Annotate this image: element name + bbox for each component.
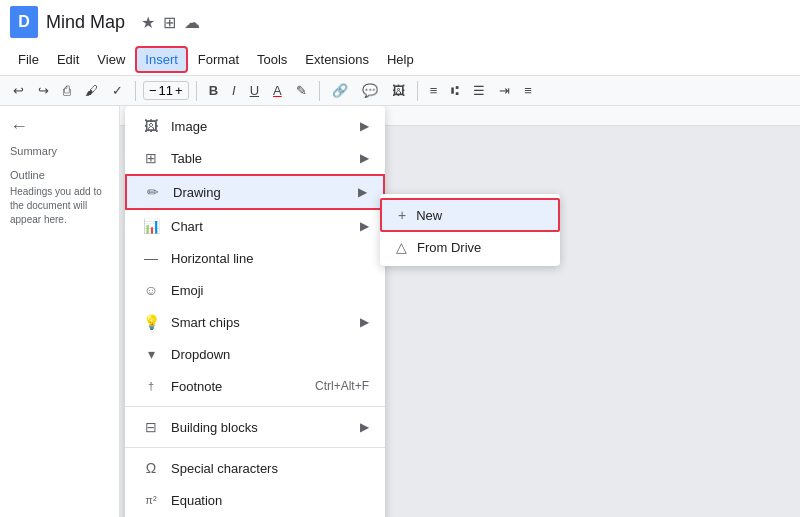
font-size-value[interactable]: 11 — [159, 83, 173, 98]
drawing-icon: ✏ — [143, 182, 163, 202]
menu-item-equation[interactable]: π² Equation — [125, 484, 385, 516]
menu-help[interactable]: Help — [379, 48, 422, 71]
menu-item-buildingblocks-label: Building blocks — [171, 420, 356, 435]
menu-item-buildingblocks[interactable]: ⊟ Building blocks ▶ — [125, 411, 385, 443]
footnote-icon: † — [141, 376, 161, 396]
submenu-item-new-label: New — [416, 208, 442, 223]
menu-item-specialchars-label: Special characters — [171, 461, 369, 476]
hline-icon: — — [141, 248, 161, 268]
menu-file[interactable]: File — [10, 48, 47, 71]
menu-item-chart-label: Chart — [171, 219, 356, 234]
font-size-control[interactable]: − 11 + — [143, 81, 189, 100]
buildingblocks-arrow-icon: ▶ — [360, 420, 369, 434]
menu-item-dropdown-label: Dropdown — [171, 347, 369, 362]
doc-title: Mind Map — [46, 12, 125, 33]
menu-divider-2 — [125, 447, 385, 448]
menu-item-hline[interactable]: — Horizontal line — [125, 242, 385, 274]
menu-item-footnote[interactable]: † Footnote Ctrl+Alt+F — [125, 370, 385, 402]
move-icon[interactable]: ⊞ — [163, 13, 176, 32]
sidebar: ← Summary Outline Headings you add to th… — [0, 106, 120, 517]
chart-arrow-icon: ▶ — [360, 219, 369, 233]
table-icon: ⊞ — [141, 148, 161, 168]
specialchars-icon: Ω — [141, 458, 161, 478]
link-button[interactable]: 🔗 — [327, 80, 353, 101]
menu-item-drawing[interactable]: ✏ Drawing ▶ — [125, 174, 385, 210]
menu-item-drawing-label: Drawing — [173, 185, 354, 200]
menu-item-smartchips-label: Smart chips — [171, 315, 356, 330]
sidebar-outline-label: Outline — [10, 169, 109, 181]
menu-item-smartchips[interactable]: 💡 Smart chips ▶ — [125, 306, 385, 338]
menu-item-table-label: Table — [171, 151, 356, 166]
menu-edit[interactable]: Edit — [49, 48, 87, 71]
menu-item-emoji[interactable]: ☺ Emoji — [125, 274, 385, 306]
emoji-icon: ☺ — [141, 280, 161, 300]
new-icon: + — [398, 207, 406, 223]
chart-icon: 📊 — [141, 216, 161, 236]
underline-button[interactable]: U — [245, 80, 264, 101]
print-button[interactable]: ⎙ — [58, 80, 76, 101]
sidebar-summary-label: Summary — [10, 145, 109, 157]
align-button[interactable]: ≡ — [425, 80, 443, 101]
fromdrive-icon: △ — [396, 239, 407, 255]
menu-item-table[interactable]: ⊞ Table ▶ — [125, 142, 385, 174]
table-arrow-icon: ▶ — [360, 151, 369, 165]
smartchips-arrow-icon: ▶ — [360, 315, 369, 329]
menu-bar: File Edit View Insert Format Tools Exten… — [0, 44, 800, 76]
smartchips-icon: 💡 — [141, 312, 161, 332]
title-bar: D Mind Map ★ ⊞ ☁ — [0, 0, 800, 44]
image-arrow-icon: ▶ — [360, 119, 369, 133]
more-toolbar-button[interactable]: ≡ — [519, 80, 537, 101]
paint-button[interactable]: 🖌 — [80, 80, 103, 101]
highlight-button[interactable]: ✎ — [291, 80, 312, 101]
submenu-item-fromdrive-label: From Drive — [417, 240, 481, 255]
menu-extensions[interactable]: Extensions — [297, 48, 377, 71]
font-size-decrease[interactable]: − — [149, 83, 157, 98]
dropdown-icon: ▾ — [141, 344, 161, 364]
sidebar-hint-text: Headings you add to the document will ap… — [10, 185, 109, 227]
undo-button[interactable]: ↩ — [8, 80, 29, 101]
menu-view[interactable]: View — [89, 48, 133, 71]
app-icon: D — [10, 6, 38, 38]
numbering-button[interactable]: ⑆ — [446, 80, 464, 101]
image-icon: 🖼 — [141, 116, 161, 136]
menu-item-chart[interactable]: 📊 Chart ▶ — [125, 210, 385, 242]
toolbar-sep-1 — [135, 81, 136, 101]
bold-button[interactable]: B — [204, 80, 223, 101]
font-color-button[interactable]: A — [268, 80, 287, 101]
submenu-item-fromdrive[interactable]: △ From Drive — [380, 232, 560, 262]
toolbar: ↩ ↪ ⎙ 🖌 ✓ − 11 + B I U A ✎ 🔗 💬 🖼 ≡ ⑆ ☰ ⇥… — [0, 76, 800, 106]
redo-button[interactable]: ↪ — [33, 80, 54, 101]
star-icon[interactable]: ★ — [141, 13, 155, 32]
menu-item-image[interactable]: 🖼 Image ▶ — [125, 110, 385, 142]
submenu-item-new[interactable]: + New — [380, 198, 560, 232]
menu-format[interactable]: Format — [190, 48, 247, 71]
menu-divider-1 — [125, 406, 385, 407]
drawing-arrow-icon: ▶ — [358, 185, 367, 199]
menu-item-image-label: Image — [171, 119, 356, 134]
toolbar-sep-3 — [319, 81, 320, 101]
footnote-shortcut: Ctrl+Alt+F — [315, 379, 369, 393]
menu-item-dropdown[interactable]: ▾ Dropdown — [125, 338, 385, 370]
toolbar-sep-2 — [196, 81, 197, 101]
menu-item-hline-label: Horizontal line — [171, 251, 369, 266]
comment-button[interactable]: 💬 — [357, 80, 383, 101]
menu-insert[interactable]: Insert — [135, 46, 188, 73]
sidebar-back-button[interactable]: ← — [10, 116, 109, 137]
spell-button[interactable]: ✓ — [107, 80, 128, 101]
title-icons: ★ ⊞ ☁ — [141, 13, 200, 32]
menu-item-specialchars[interactable]: Ω Special characters — [125, 452, 385, 484]
image-toolbar-button[interactable]: 🖼 — [387, 80, 410, 101]
doc-area: 1 2 3 4 5 6 🖼 Image ▶ ⊞ Table ▶ ✏ — [120, 106, 800, 517]
equation-icon: π² — [141, 490, 161, 510]
menu-item-equation-label: Equation — [171, 493, 369, 508]
font-size-increase[interactable]: + — [175, 83, 183, 98]
cloud-icon: ☁ — [184, 13, 200, 32]
indent-button[interactable]: ⇥ — [494, 80, 515, 101]
italic-button[interactable]: I — [227, 80, 241, 101]
menu-item-emoji-label: Emoji — [171, 283, 369, 298]
bullet-button[interactable]: ☰ — [468, 80, 490, 101]
buildingblocks-icon: ⊟ — [141, 417, 161, 437]
main-area: ← Summary Outline Headings you add to th… — [0, 106, 800, 517]
menu-item-footnote-label: Footnote — [171, 379, 315, 394]
menu-tools[interactable]: Tools — [249, 48, 295, 71]
